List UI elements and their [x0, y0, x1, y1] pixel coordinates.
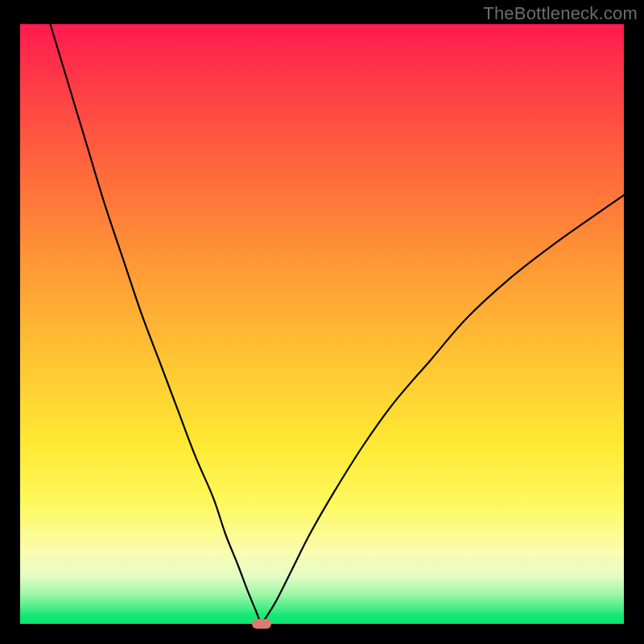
curve-right-branch: [262, 195, 624, 624]
chart-frame: TheBottleneck.com: [0, 0, 644, 644]
bottleneck-curve: [20, 24, 624, 624]
minimum-marker: [252, 619, 271, 629]
watermark-text: TheBottleneck.com: [483, 3, 638, 24]
plot-area: [20, 24, 624, 624]
curve-left-branch: [51, 24, 262, 624]
